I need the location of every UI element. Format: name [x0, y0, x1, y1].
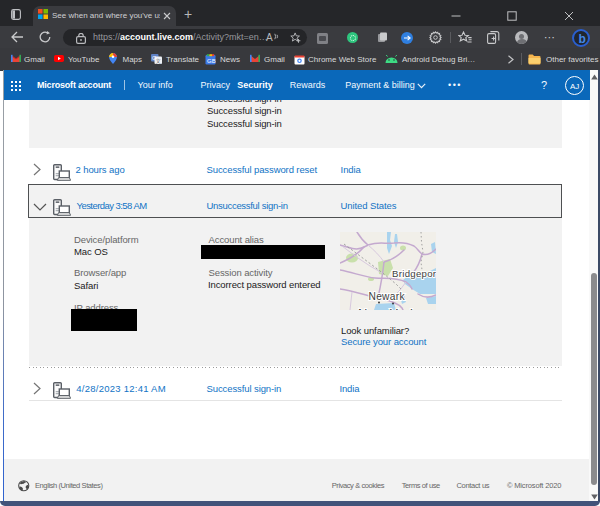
svg-text:G: G — [152, 55, 156, 61]
svg-text:Bridgepor: Bridgepor — [392, 267, 436, 278]
svg-text:文: 文 — [156, 58, 162, 64]
svg-text:New York: New York — [358, 305, 417, 310]
svg-text:GB: GB — [207, 57, 216, 63]
svg-text:Newark: Newark — [369, 291, 406, 302]
